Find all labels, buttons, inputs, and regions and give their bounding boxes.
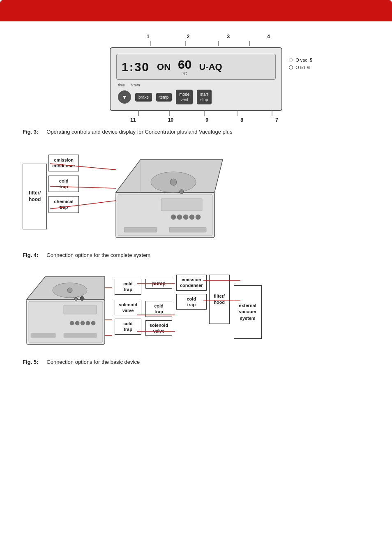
svg-point-32 — [70, 321, 74, 325]
on-value: ON — [157, 62, 171, 72]
label-num-10: 10 — [168, 117, 173, 123]
label-num-3: 3 — [227, 34, 230, 39]
label-num-4: 4 — [267, 34, 270, 39]
svg-point-17 — [180, 190, 184, 194]
solenoid-valve-right-label: solenoidvalve — [145, 320, 172, 336]
filter-hood-5-label: filter/hood — [212, 293, 227, 306]
figure-5-section: coldtrap solenoidvalve coldtrap pump col… — [23, 271, 369, 365]
vac-label: O vac — [295, 58, 307, 62]
svg-point-21 — [183, 215, 188, 220]
fig4-outer-bracket: filter/hood — [23, 164, 47, 229]
brake-button[interactable]: brake — [135, 93, 152, 102]
fig5-bracket-inner-labels: emissioncondenser coldtrap — [176, 271, 207, 324]
lid-indicator: O lid 6 — [289, 65, 312, 70]
lid-num: 6 — [307, 65, 310, 70]
pump-label: pump — [145, 279, 172, 289]
sub-labels: time h:mm — [116, 83, 276, 87]
cold-trap-right-label: coldtrap — [176, 294, 207, 310]
label-num-7: 7 — [275, 117, 278, 123]
vac-indicators: O vac 5 O lid 6 — [289, 58, 312, 70]
fig3-caption: Fig. 3: Operating controls and device di… — [23, 129, 232, 135]
fig5-center-labels: coldtrap solenoidvalve coldtrap — [115, 271, 141, 335]
svg-point-36 — [91, 321, 95, 325]
svg-rect-25 — [169, 227, 206, 232]
svg-rect-39 — [64, 333, 97, 338]
chemical-trap-label: chemicaltrap — [48, 196, 79, 213]
fig5-pump-row: solenoidvalve — [115, 300, 141, 316]
svg-point-33 — [75, 321, 79, 325]
svg-point-35 — [86, 321, 90, 325]
figure-4-section: filter/hood emissioncondenser coldtrap c… — [23, 147, 369, 258]
cold-trap-bottom-label: coldtrap — [115, 319, 141, 335]
vac-indicator: O vac 5 — [289, 58, 312, 62]
cold-trap-top-label: coldtrap — [115, 279, 141, 295]
svg-point-23 — [196, 215, 201, 220]
fig4-label: Fig. 4: — [23, 252, 38, 258]
concentrator-device-sketch — [83, 147, 231, 246]
svg-point-16 — [170, 179, 177, 185]
svg-point-29 — [67, 288, 72, 293]
time-sub-label: time — [118, 83, 125, 87]
filter-hood-label: filter/hood — [25, 188, 44, 205]
fig5-diagram: coldtrap solenoidvalve coldtrap pump col… — [23, 271, 369, 354]
label-num-9: 9 — [205, 117, 208, 123]
triangle-button[interactable]: ▼ — [118, 90, 131, 104]
mode-value: U-AQ — [199, 62, 222, 72]
svg-point-22 — [189, 215, 194, 220]
time-value: 1:30 — [122, 60, 150, 74]
label-num-8: 8 — [240, 117, 243, 123]
fig5-caption-text: Connection options for the basic device — [46, 359, 140, 365]
display-panel: 1 2 3 4 1:30 ON — [110, 34, 282, 123]
lid-circle — [289, 65, 293, 69]
temp-button[interactable]: temp — [156, 93, 172, 102]
fig4-device-area — [83, 147, 369, 247]
celsius-label: °C — [178, 72, 191, 76]
fig4-diagram: filter/hood emissioncondenser coldtrap c… — [23, 147, 369, 247]
fig5-pump-area: pump coldtrap solenoidvalve — [145, 271, 172, 336]
device-display-box: 1:30 ON 60 °C U-AQ — [110, 47, 282, 111]
top-red-bar — [0, 0, 392, 21]
figure-3-section: 1 2 3 4 1:30 ON — [23, 34, 369, 135]
fig5-label: Fig. 5: — [23, 359, 38, 365]
svg-rect-24 — [124, 227, 157, 232]
fig5-caption: Fig. 5: Connection options for the basic… — [23, 359, 369, 365]
fig5-external-vacuum-area: externalvacuumsystem — [234, 271, 262, 339]
label-num-11: 11 — [130, 117, 136, 123]
fig4-caption: Fig. 4: Connection options for the compl… — [23, 252, 369, 258]
fig4-caption-text: Connection options for the complete syst… — [46, 252, 150, 258]
top-tick-lines — [110, 41, 282, 46]
mode-vent-button[interactable]: modevent — [176, 90, 193, 104]
emission-condenser-5-label: emissioncondenser — [176, 275, 207, 291]
fig3-caption-text: Operating controls and device display fo… — [46, 129, 232, 135]
svg-rect-38 — [31, 333, 55, 338]
svg-rect-18 — [161, 199, 202, 211]
svg-point-37 — [80, 296, 84, 301]
svg-rect-31 — [64, 305, 97, 314]
emission-condenser-label: emissioncondenser — [48, 155, 79, 171]
fig5-device-area — [23, 271, 113, 354]
fig5-device-sketch — [23, 271, 113, 353]
buttons-row: ▼ brake temp modevent startstop — [116, 90, 276, 104]
svg-point-34 — [81, 321, 85, 325]
start-stop-button[interactable]: startstop — [197, 90, 211, 104]
svg-point-30 — [74, 297, 78, 301]
external-vacuum-label: externalvacuumsystem — [238, 303, 258, 321]
solenoid-valve-left-label: solenoidvalve — [115, 300, 141, 316]
label-num-2: 2 — [187, 34, 190, 39]
display-screen: 1:30 ON 60 °C U-AQ — [116, 54, 276, 80]
fig5-right-column: emissioncondenser coldtrap filter/hood — [176, 271, 230, 324]
vac-circle — [289, 58, 293, 62]
lid-label: O lid — [295, 65, 305, 70]
fig3-label: Fig. 3: — [23, 129, 38, 135]
external-vacuum-bracket: externalvacuumsystem — [234, 285, 262, 339]
vac-num: 5 — [310, 58, 312, 62]
filter-hood-text: filter/hood — [29, 190, 41, 202]
cold-trap-center-right-label: coldtrap — [145, 301, 172, 317]
bottom-tick-lines — [110, 111, 282, 116]
svg-point-19 — [171, 215, 176, 220]
cold-trap-label-4: coldtrap — [48, 176, 79, 192]
fig5-filter-hood-bracket: filter/hood — [209, 275, 230, 324]
fig4-inner-labels: emissioncondenser coldtrap chemicaltrap — [48, 155, 79, 213]
temp-value: 60 — [178, 58, 191, 72]
time-unit-label: h:mm — [131, 83, 140, 87]
